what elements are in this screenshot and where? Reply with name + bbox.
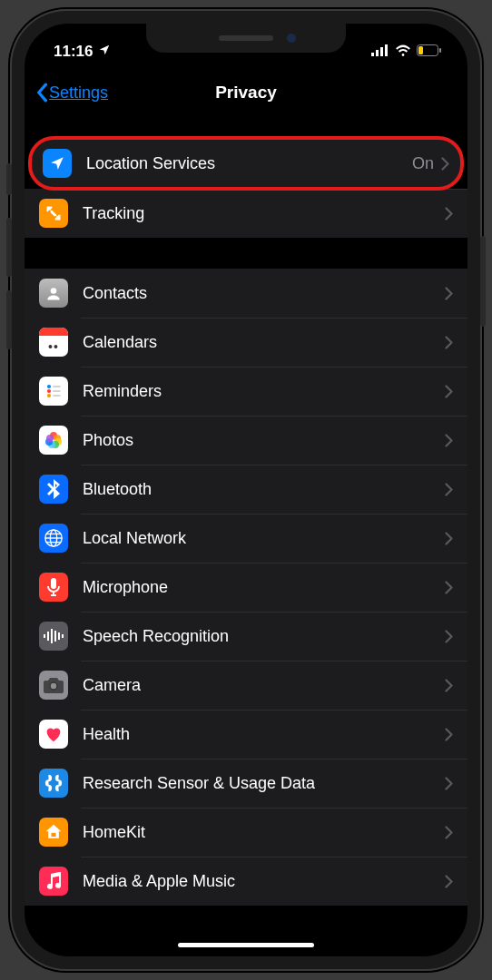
content: Location Services On Tracking xyxy=(25,136,467,906)
chevron-right-icon xyxy=(445,287,453,300)
chevron-right-icon xyxy=(445,679,453,692)
svg-rect-34 xyxy=(52,833,56,837)
speech-recognition-icon xyxy=(39,622,68,651)
chevron-right-icon xyxy=(445,434,453,447)
research-sensor-icon xyxy=(39,769,68,798)
reminders-icon xyxy=(39,377,68,406)
media-apple-music-icon xyxy=(39,867,68,896)
row-photos[interactable]: Photos xyxy=(25,416,467,465)
row-speech-recognition[interactable]: Speech Recognition xyxy=(25,612,467,661)
home-indicator[interactable] xyxy=(178,943,314,947)
row-label: Local Network xyxy=(83,529,445,548)
svg-rect-12 xyxy=(53,390,60,392)
svg-rect-28 xyxy=(47,632,49,641)
row-health[interactable]: Health xyxy=(25,710,467,759)
svg-point-33 xyxy=(50,682,57,690)
phone-frame: 11:16 Settings xyxy=(10,9,482,971)
chevron-right-icon xyxy=(445,777,453,790)
row-reminders[interactable]: Reminders xyxy=(25,367,467,416)
row-research-sensor[interactable]: Research Sensor & Usage Data xyxy=(25,759,467,808)
photos-icon xyxy=(39,426,68,455)
chevron-right-icon xyxy=(445,581,453,594)
svg-rect-27 xyxy=(44,634,45,638)
silence-switch[interactable] xyxy=(6,163,12,195)
microphone-icon xyxy=(39,573,68,602)
chevron-right-icon xyxy=(445,532,453,545)
notch xyxy=(146,24,346,53)
tracking-icon xyxy=(39,199,68,228)
location-arrow-icon xyxy=(98,43,111,61)
row-location-services[interactable]: Location Services On xyxy=(28,136,464,191)
volume-down-button[interactable] xyxy=(6,290,12,349)
svg-rect-31 xyxy=(58,632,60,640)
svg-point-9 xyxy=(47,389,51,393)
row-label: Photos xyxy=(83,431,445,450)
row-label: Media & Apple Music xyxy=(83,872,445,891)
chevron-left-icon xyxy=(35,83,48,103)
chevron-right-icon xyxy=(445,630,453,643)
local-network-icon xyxy=(39,524,68,553)
svg-rect-2 xyxy=(380,47,383,56)
settings-group-1: Location Services On Tracking xyxy=(25,136,467,238)
camera-icon xyxy=(39,671,68,700)
svg-rect-29 xyxy=(51,629,53,643)
chevron-right-icon xyxy=(445,826,453,839)
row-label: Health xyxy=(83,725,445,744)
row-calendars[interactable]: •• Calendars xyxy=(25,318,467,367)
back-label: Settings xyxy=(49,83,108,103)
homekit-icon xyxy=(39,818,68,847)
row-label: Speech Recognition xyxy=(83,627,445,646)
svg-rect-26 xyxy=(51,578,56,589)
screen: 11:16 Settings xyxy=(25,24,467,956)
row-bluetooth[interactable]: Bluetooth xyxy=(25,465,467,514)
row-contacts[interactable]: Contacts xyxy=(25,269,467,318)
chevron-right-icon xyxy=(445,385,453,398)
svg-rect-1 xyxy=(376,50,379,56)
row-media-apple-music[interactable]: Media & Apple Music xyxy=(25,857,467,906)
row-label: Location Services xyxy=(86,154,412,173)
row-camera[interactable]: Camera xyxy=(25,661,467,710)
location-services-icon xyxy=(43,149,72,178)
wifi-icon xyxy=(395,43,411,61)
chevron-right-icon xyxy=(445,728,453,741)
contacts-icon xyxy=(39,279,68,308)
battery-icon xyxy=(417,43,442,61)
svg-rect-6 xyxy=(439,48,441,53)
row-label: Tracking xyxy=(83,204,445,223)
health-icon xyxy=(39,720,68,749)
row-label: HomeKit xyxy=(83,823,445,842)
row-tracking[interactable]: Tracking xyxy=(25,189,467,238)
chevron-right-icon xyxy=(441,157,449,171)
chevron-right-icon xyxy=(445,483,453,496)
chevron-right-icon xyxy=(445,875,453,888)
svg-point-8 xyxy=(47,385,51,388)
svg-rect-3 xyxy=(385,44,388,56)
svg-point-20 xyxy=(46,435,54,442)
back-button[interactable]: Settings xyxy=(35,83,108,103)
chevron-right-icon xyxy=(445,207,453,220)
row-microphone[interactable]: Microphone xyxy=(25,563,467,612)
row-label: Research Sensor & Usage Data xyxy=(83,774,445,793)
row-label: Camera xyxy=(83,676,445,695)
row-homekit[interactable]: HomeKit xyxy=(25,808,467,857)
navigation-bar: Settings Privacy xyxy=(25,67,467,118)
svg-rect-5 xyxy=(418,46,423,54)
volume-up-button[interactable] xyxy=(6,218,12,277)
row-local-network[interactable]: Local Network xyxy=(25,514,467,563)
power-button[interactable] xyxy=(480,236,486,327)
svg-point-7 xyxy=(51,288,57,294)
svg-rect-32 xyxy=(62,634,64,638)
chevron-right-icon xyxy=(445,336,453,349)
svg-rect-11 xyxy=(53,386,60,387)
svg-rect-30 xyxy=(54,631,56,642)
row-label: Microphone xyxy=(83,578,445,597)
row-label: Reminders xyxy=(83,382,445,401)
svg-rect-0 xyxy=(371,53,374,56)
row-value: On xyxy=(412,154,434,173)
bluetooth-icon xyxy=(39,475,68,504)
calendars-icon: •• xyxy=(39,328,68,357)
row-label: Calendars xyxy=(83,333,445,352)
row-label: Contacts xyxy=(83,284,445,303)
cellular-signal-icon xyxy=(371,43,389,61)
svg-point-10 xyxy=(47,394,51,397)
